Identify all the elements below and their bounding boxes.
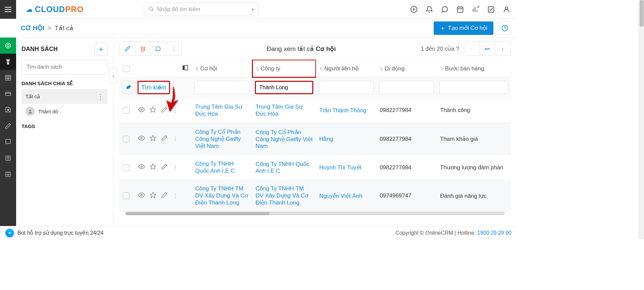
col-contact[interactable]: Người liên hệ bbox=[324, 65, 359, 72]
filter-search-input[interactable] bbox=[21, 60, 108, 74]
col-stage[interactable]: Bước bán hàng bbox=[445, 65, 484, 72]
filter-company-input[interactable] bbox=[255, 81, 313, 94]
nav-money-icon[interactable]: $ bbox=[0, 54, 16, 70]
nav-card-icon[interactable] bbox=[0, 86, 16, 102]
user-icon[interactable] bbox=[503, 6, 510, 13]
cell-contact[interactable]: Nguyễn Việt Ánh bbox=[319, 193, 362, 199]
svg-point-40 bbox=[141, 166, 143, 168]
sort-icon[interactable]: ⇅ bbox=[380, 66, 383, 71]
logo-cloud: CLOUD bbox=[35, 5, 65, 14]
menu-toggle-button[interactable] bbox=[0, 0, 16, 19]
pencil-icon[interactable] bbox=[161, 106, 168, 115]
chat-icon[interactable] bbox=[441, 6, 448, 13]
col-company[interactable]: Công ty bbox=[261, 65, 280, 72]
nav-target-icon[interactable] bbox=[0, 38, 16, 54]
pencil-icon[interactable] bbox=[161, 192, 168, 200]
cell-opportunity[interactable]: Công Ty TNHH Quốc Anh I.E.C bbox=[195, 161, 235, 174]
eye-icon[interactable] bbox=[138, 106, 145, 115]
cell-opportunity[interactable]: Trung Tâm Gia Sư Đức Hòa bbox=[195, 104, 242, 117]
cell-contact[interactable]: Hằng bbox=[319, 136, 333, 142]
help-button[interactable] bbox=[498, 21, 512, 35]
filter-item-all[interactable]: Tất cả ⋮ bbox=[21, 89, 108, 104]
collapse-panel-button[interactable]: ‹ bbox=[110, 68, 117, 84]
cell-opportunity[interactable]: Công Ty Cổ Phần Công Nghệ Getfly Việt Na… bbox=[195, 129, 241, 149]
filter-stage-input[interactable] bbox=[439, 81, 508, 94]
search-cell[interactable]: Tìm kiếm bbox=[138, 81, 170, 94]
cell-company[interactable]: Công Ty TNHH TM DV Xây Dựng Và Cơ Điện T… bbox=[256, 185, 308, 206]
row-checkbox[interactable] bbox=[123, 136, 129, 142]
col-opportunity[interactable]: Cơ hội bbox=[200, 65, 217, 72]
window-scrollbar[interactable] bbox=[639, 0, 644, 239]
nav-edit-icon[interactable] bbox=[0, 118, 16, 134]
nav-book-icon[interactable] bbox=[0, 134, 16, 150]
row-more-icon[interactable]: ⋮ bbox=[172, 164, 178, 171]
global-search-input[interactable] bbox=[144, 3, 258, 16]
nav-upload-icon[interactable] bbox=[0, 150, 16, 166]
cell-contact[interactable]: Trần Thành Thông bbox=[319, 107, 366, 114]
star-icon[interactable] bbox=[150, 192, 156, 200]
row-more-icon[interactable]: ⋮ bbox=[172, 135, 178, 142]
filter-item-probe[interactable]: Thăm dò bbox=[21, 104, 108, 119]
svg-point-36 bbox=[141, 109, 143, 110]
row-checkbox[interactable] bbox=[123, 164, 129, 171]
star-icon[interactable] bbox=[150, 163, 156, 172]
columns-toggle-icon[interactable] bbox=[182, 65, 189, 72]
eye-icon[interactable] bbox=[138, 163, 145, 172]
nav-invoice-icon[interactable]: $ bbox=[0, 102, 16, 118]
table-row: ⋮ Công Ty TNHH TM DV Xây Dựng Và Cơ Điện… bbox=[119, 180, 511, 212]
next-page-button[interactable]: › bbox=[495, 42, 511, 55]
bell-icon[interactable] bbox=[426, 6, 433, 13]
cell-contact[interactable]: Huỳnh Thị Tuyết bbox=[319, 164, 361, 171]
prev-page-button[interactable]: ‹ bbox=[464, 42, 480, 55]
cell-company[interactable]: Trung Tâm Gia Sư Đức Hòa bbox=[256, 104, 303, 117]
more-icon[interactable]: ⋮ bbox=[97, 93, 104, 101]
cell-company[interactable]: Công Ty Cổ Phần Công Nghệ Getfly Việt Na… bbox=[256, 129, 313, 149]
eye-icon[interactable] bbox=[138, 192, 145, 200]
calendar-icon[interactable] bbox=[457, 6, 464, 13]
pencil-icon[interactable] bbox=[161, 135, 168, 143]
pencil-icon[interactable] bbox=[161, 163, 168, 172]
star-icon[interactable] bbox=[150, 106, 156, 115]
tasks-icon[interactable] bbox=[487, 6, 495, 13]
filter-opportunity-input[interactable] bbox=[195, 81, 250, 94]
filter-mobile-input[interactable] bbox=[379, 81, 434, 94]
cell-opportunity[interactable]: Công Ty TNHH TM DV Xây Dựng Và Cơ Điện T… bbox=[195, 185, 248, 206]
hotline-link[interactable]: 1900 29 29 90 bbox=[477, 230, 512, 236]
sort-icon[interactable]: ⇅ bbox=[195, 66, 199, 71]
nav-download-icon[interactable] bbox=[0, 166, 16, 182]
filter-contact-input[interactable] bbox=[319, 81, 374, 94]
eye-icon[interactable] bbox=[138, 135, 145, 143]
col-mobile[interactable]: Di động bbox=[385, 65, 405, 72]
delete-button[interactable] bbox=[135, 42, 151, 55]
messenger-icon[interactable]: ✦ bbox=[5, 229, 14, 237]
row-checkbox[interactable] bbox=[123, 192, 129, 199]
star-icon[interactable] bbox=[150, 135, 156, 143]
create-opportunity-button[interactable]: ＋ Tạo mới Cơ hội bbox=[434, 21, 493, 35]
nav-table-icon[interactable] bbox=[0, 70, 16, 86]
sort-icon[interactable]: ⇅ bbox=[319, 66, 323, 71]
sort-icon[interactable]: ⇅ bbox=[440, 66, 444, 71]
clear-filters-button[interactable] bbox=[122, 81, 135, 94]
chevron-down-icon[interactable]: ▾ bbox=[252, 7, 254, 12]
add-icon[interactable] bbox=[410, 6, 418, 13]
more-actions-button[interactable]: ⋮ bbox=[166, 42, 181, 55]
row-more-icon[interactable]: ⋮ bbox=[172, 107, 178, 114]
edit-button[interactable] bbox=[120, 42, 135, 55]
breadcrumb-module[interactable]: CƠ HỘI bbox=[21, 24, 44, 32]
select-all-checkbox[interactable] bbox=[123, 65, 129, 72]
sort-icon[interactable]: ⇅ bbox=[256, 66, 259, 71]
row-more-icon[interactable]: ⋮ bbox=[172, 192, 178, 199]
row-checkbox[interactable] bbox=[123, 107, 129, 114]
analytics-icon[interactable] bbox=[472, 6, 479, 13]
add-list-button[interactable]: ＋ bbox=[94, 42, 108, 56]
cell-company[interactable]: Công Ty TNHH Quốc Anh I.E.C bbox=[256, 161, 310, 174]
logo[interactable]: CLOUDPRO bbox=[20, 5, 84, 14]
svg-marker-39 bbox=[150, 135, 156, 141]
filter-item-label: Tất cả bbox=[25, 94, 40, 100]
filter-panel: DANH SÁCH ＋ DANH SÁCH CHIA SẺ Tất cả ⋮ T… bbox=[16, 38, 113, 226]
page-options-button[interactable]: ••• bbox=[480, 42, 495, 55]
table-row: ⋮ Công Ty TNHH Quốc Anh I.E.C Công Ty TN… bbox=[119, 155, 511, 180]
comment-button[interactable] bbox=[151, 42, 166, 55]
horizontal-scrollbar[interactable] bbox=[125, 212, 505, 215]
svg-rect-8 bbox=[458, 7, 463, 12]
